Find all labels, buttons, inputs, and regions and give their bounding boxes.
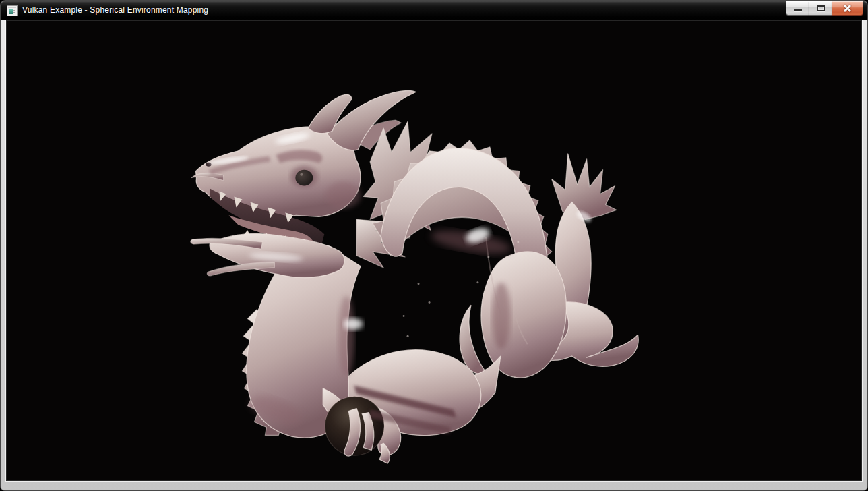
titlebar[interactable]: Vulkan Example - Spherical Environment M… bbox=[1, 1, 867, 20]
app-icon[interactable] bbox=[7, 5, 18, 16]
maximize-button[interactable] bbox=[809, 1, 832, 16]
app-icon-line bbox=[13, 12, 16, 13]
close-button[interactable] bbox=[832, 1, 863, 16]
minimize-button[interactable] bbox=[786, 1, 809, 16]
dragon-render bbox=[7, 21, 861, 480]
maximize-icon bbox=[817, 5, 825, 11]
close-icon bbox=[842, 3, 852, 13]
app-icon-line bbox=[13, 10, 16, 11]
app-icon-titlebar bbox=[8, 7, 16, 8]
render-viewport[interactable] bbox=[6, 20, 862, 481]
window-title: Vulkan Example - Spherical Environment M… bbox=[22, 1, 208, 20]
minimize-icon bbox=[794, 9, 802, 11]
app-icon-teal-pane bbox=[9, 9, 13, 14]
application-window: Vulkan Example - Spherical Environment M… bbox=[0, 0, 868, 491]
caption-buttons bbox=[786, 1, 863, 16]
